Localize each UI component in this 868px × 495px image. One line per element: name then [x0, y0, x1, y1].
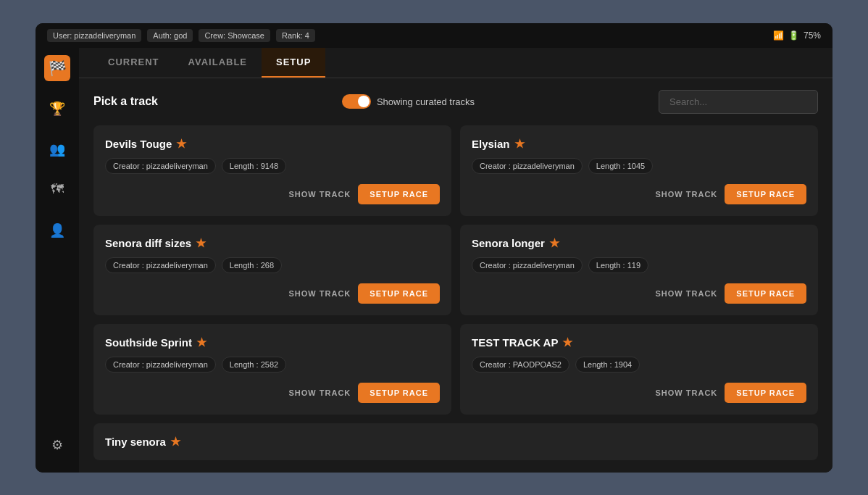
creator-badge-1: Creator : pizzadeliveryman — [472, 158, 583, 174]
setup-race-btn-4[interactable]: SETup Race — [358, 383, 440, 403]
settings-icon: ⚙ — [51, 437, 63, 453]
crew-badge: Crew: Showcase — [199, 29, 270, 42]
creator-badge-3: Creator : pizzadeliveryman — [472, 257, 583, 273]
trophy-icon: 🏆 — [49, 101, 65, 117]
track-grid: Devils Touge ★ Creator : pizzadeliveryma… — [93, 125, 818, 415]
track-actions-4: SHOW TRACK SETup Race — [105, 383, 440, 403]
track-meta-0: Creator : pizzadeliveryman Length : 9148 — [105, 158, 440, 174]
track-card-4: Southside Sprint ★ Creator : pizzadelive… — [93, 324, 451, 415]
show-track-btn-1[interactable]: SHOW TRACK — [656, 190, 718, 199]
length-badge-3: Length : 119 — [588, 257, 648, 273]
track-card-1: Elysian ★ Creator : pizzadeliveryman Len… — [460, 125, 818, 216]
track-title-5: TEST TRACK AP ★ — [472, 336, 806, 349]
auth-badge: Auth: god — [147, 29, 193, 42]
rank-badge: Rank: 4 — [276, 29, 315, 42]
battery-icon: 🔋 — [788, 30, 799, 41]
sidebar-icon-routes[interactable]: 🗺 — [44, 177, 70, 203]
sidebar: 🏁 🏆 👥 🗺 👤 ⚙ — [36, 48, 79, 473]
curated-toggle-switch[interactable] — [342, 94, 371, 109]
setup-race-btn-0[interactable]: SETUP RACE — [358, 184, 440, 204]
star-icon-3: ★ — [549, 236, 559, 250]
track-card-0: Devils Touge ★ Creator : pizzadeliveryma… — [93, 125, 451, 216]
sidebar-bottom: ⚙ — [44, 432, 70, 465]
status-bar-right: 📶 🔋 75% — [773, 30, 821, 41]
length-badge-5: Length : 1904 — [575, 357, 640, 373]
track-title-3: Senora longer ★ — [472, 236, 806, 250]
track-card-2: Senora diff sizes ★ Creator : pizzadeliv… — [93, 225, 451, 315]
content-area: CURRENT AVAILABLE SETUP Pick a track Sho… — [79, 48, 832, 473]
track-meta-4: Creator : pizzadeliveryman Length : 2582 — [105, 357, 440, 373]
track-card-5: TEST TRACK AP ★ Creator : PAODPOAS2 Leng… — [460, 324, 818, 415]
signal-icon: 📶 — [773, 30, 784, 41]
page-title: Pick a track — [93, 95, 158, 108]
battery-level: 75% — [804, 30, 821, 41]
track-actions-2: SHOW TRACK SETUP Race — [105, 283, 440, 304]
setup-race-btn-3[interactable]: SETUP RACE — [725, 283, 806, 304]
creator-badge-0: Creator : pizzadeliveryman — [105, 158, 216, 174]
track-meta-3: Creator : pizzadeliveryman Length : 119 — [472, 257, 806, 273]
group-icon: 👤 — [49, 222, 65, 238]
length-badge-1: Length : 1045 — [588, 158, 653, 174]
track-actions-1: SHOW TRACK SeTUP RAcE — [472, 184, 806, 204]
track-meta-2: Creator : pizzadeliveryman Length : 268 — [105, 257, 440, 273]
sidebar-icon-settings[interactable]: ⚙ — [44, 432, 70, 458]
sidebar-icon-racing[interactable]: 🏁 — [44, 55, 70, 81]
creator-badge-5: Creator : PAODPOAS2 — [472, 357, 569, 373]
sidebar-icon-group[interactable]: 👤 — [44, 217, 70, 244]
setup-race-btn-1[interactable]: SeTUP RAcE — [725, 184, 806, 204]
track-card-partial: Tiny senora ★ — [93, 423, 818, 460]
sidebar-icon-trophy[interactable]: 🏆 — [44, 96, 70, 122]
main-layout: 🏁 🏆 👥 🗺 👤 ⚙ — [36, 48, 832, 473]
show-track-btn-3[interactable]: SHOW TRACK — [656, 289, 718, 298]
routes-icon: 🗺 — [51, 182, 64, 197]
show-track-btn-4[interactable]: SHOW TRACK — [289, 388, 351, 397]
star-icon-4: ★ — [196, 336, 206, 349]
racing-flag-icon: 🏁 — [49, 59, 67, 77]
content-header: Pick a track Showing curated tracks — [93, 90, 818, 114]
setup-race-btn-5[interactable]: SETUP Race — [725, 383, 806, 403]
track-actions-3: SHOW TRACK SETUP RACE — [472, 283, 806, 304]
user-badge: User: pizzadeliveryman — [47, 29, 141, 42]
length-badge-4: Length : 2582 — [222, 357, 286, 373]
partial-star-icon: ★ — [170, 435, 180, 449]
creator-badge-4: Creator : pizzadeliveryman — [105, 357, 216, 373]
track-title-4: Southside Sprint ★ — [105, 336, 440, 349]
people-icon: 👥 — [49, 141, 65, 157]
setup-race-btn-2[interactable]: SETUP Race — [358, 283, 440, 304]
status-bar: User: pizzadeliveryman Auth: god Crew: S… — [36, 23, 832, 48]
sidebar-icon-people[interactable]: 👥 — [44, 136, 70, 162]
show-track-btn-0[interactable]: SHOW TRACK — [289, 190, 351, 199]
track-actions-5: SHOW TRACK SETUP Race — [472, 383, 806, 403]
tab-current[interactable]: CURRENT — [93, 48, 174, 78]
track-title-1: Elysian ★ — [472, 137, 806, 151]
content-scroll: Pick a track Showing curated tracks Devi… — [79, 78, 832, 473]
track-meta-1: Creator : pizzadeliveryman Length : 1045 — [472, 158, 806, 174]
creator-badge-2: Creator : pizzadeliveryman — [105, 257, 216, 273]
show-track-btn-2[interactable]: SHOW TRACK — [289, 289, 351, 298]
star-icon-0: ★ — [176, 137, 186, 151]
tabs-bar: CURRENT AVAILABLE SETUP — [79, 48, 832, 78]
app-window: User: pizzadeliveryman Auth: god Crew: S… — [36, 23, 832, 473]
length-badge-2: Length : 268 — [222, 257, 282, 273]
track-title-0: Devils Touge ★ — [105, 137, 440, 151]
star-icon-2: ★ — [196, 236, 206, 250]
curated-toggle-row: Showing curated tracks — [342, 94, 475, 109]
tab-available[interactable]: AVAILABLE — [174, 48, 262, 78]
search-input[interactable] — [659, 90, 818, 114]
tab-setup[interactable]: SETUP — [262, 48, 325, 78]
status-bar-left: User: pizzadeliveryman Auth: god Crew: S… — [47, 29, 315, 42]
partial-card-row: Tiny senora ★ — [93, 423, 818, 460]
show-track-btn-5[interactable]: SHOW TRACK — [656, 388, 718, 397]
track-title-2: Senora diff sizes ★ — [105, 236, 440, 250]
length-badge-0: Length : 9148 — [222, 158, 286, 174]
star-icon-1: ★ — [514, 137, 525, 151]
curated-label: Showing curated tracks — [377, 96, 475, 107]
track-card-3: Senora longer ★ Creator : pizzadeliverym… — [460, 225, 818, 315]
track-actions-0: SHOW TRACK SETUP RACE — [105, 184, 440, 204]
track-meta-5: Creator : PAODPOAS2 Length : 1904 — [472, 357, 806, 373]
partial-track-title: Tiny senora ★ — [105, 435, 806, 449]
star-icon-5: ★ — [562, 336, 572, 349]
